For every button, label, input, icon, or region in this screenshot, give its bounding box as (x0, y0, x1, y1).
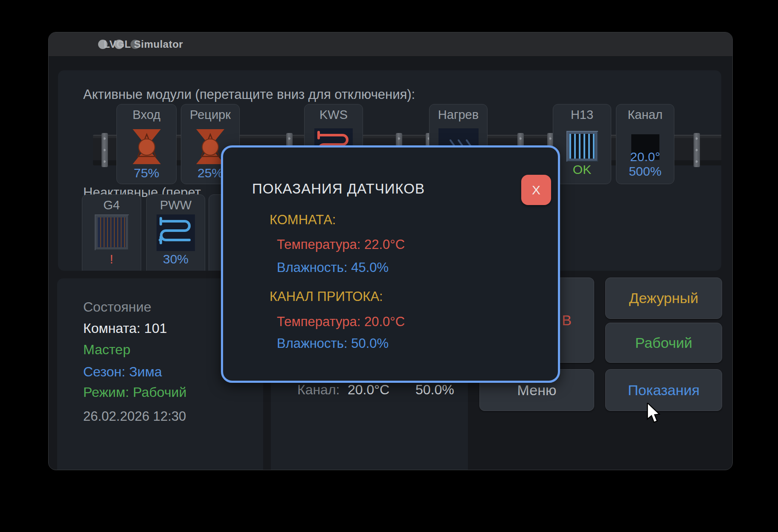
module-tile-Вход[interactable]: Вход 75% (116, 104, 177, 184)
module-value: OK (553, 162, 611, 177)
modal-close-button[interactable]: X (521, 175, 551, 205)
supply-duct-temperature: Температура: 20.0°C (277, 314, 405, 330)
status-heading: Состояние (83, 299, 151, 315)
module-value: 20.0° (616, 150, 674, 164)
room-section-heading: КОМНАТА: (270, 212, 336, 228)
active-modules-heading: Активные модули (перетащите вниз для отк… (83, 87, 415, 102)
status-mode: Режим: Рабочий (83, 385, 186, 400)
kanal-row-label: Канал: (297, 382, 340, 398)
work-mode-button[interactable]: Рабочий (605, 323, 722, 363)
window-title: LVGL Simulator (104, 38, 183, 50)
status-room: Комната: 101 (83, 321, 167, 336)
supply-duct-humidity: Влажность: 50.0% (277, 336, 389, 351)
module-title: Рецирк (181, 108, 239, 122)
kanal-temp-value: 20.0°C (348, 382, 389, 398)
module-tile-Канал[interactable]: Канал 20.0°500% (616, 104, 674, 184)
duct-flange (694, 133, 700, 167)
duct-flange (102, 133, 108, 167)
module-value: 30% (147, 252, 205, 266)
hepa-filter-icon (566, 131, 598, 162)
sensor-readings-modal: ПОКАЗАНИЯ ДАТЧИКОВ X КОМНАТА: Температур… (221, 145, 560, 383)
coil-icon (157, 214, 195, 251)
room-humidity: Влажность: 45.0% (277, 260, 389, 275)
close-x-label: X (532, 183, 540, 197)
mouse-cursor (647, 403, 665, 426)
module-title: H13 (553, 108, 611, 122)
modal-title: ПОКАЗАНИЯ ДАТЧИКОВ (252, 181, 425, 197)
power-button-label: В (562, 312, 572, 329)
module-value: ! (82, 252, 141, 266)
coarse-filter-icon (95, 214, 129, 250)
module-tile-G4[interactable]: G4 ! (82, 194, 141, 271)
supply-duct-section-heading: КАНАЛ ПРИТОКА: (270, 289, 383, 304)
title-bar[interactable]: LVGL Simulator (49, 32, 732, 57)
module-tile-H13[interactable]: H13 OK (553, 104, 611, 184)
menu-button-label: Меню (517, 382, 557, 399)
work-mode-label: Рабочий (635, 335, 692, 351)
readings-label: Показания (628, 382, 700, 399)
kanal-humidity-value: 50.0% (415, 382, 454, 398)
module-title: Нагрев (430, 108, 487, 122)
status-season: Сезон: Зима (83, 364, 162, 380)
module-title: Вход (117, 108, 176, 122)
status-datetime: 26.02.2026 12:30 (83, 409, 186, 424)
status-master: Мастер (83, 342, 131, 358)
module-title: KWS (305, 108, 363, 122)
duty-mode-label: Дежурный (629, 290, 698, 306)
module-value: 75% (117, 166, 176, 180)
room-temperature: Температура: 22.0°C (277, 237, 405, 252)
duty-mode-button[interactable]: Дежурный (605, 278, 722, 319)
module-title: G4 (82, 198, 141, 212)
app-window: LVGL Simulator Активные модули (перетащи… (48, 32, 733, 470)
module-value: 500% (616, 164, 674, 179)
module-title: PWW (147, 198, 205, 212)
damper-icon (129, 128, 164, 165)
module-title: Канал (616, 108, 674, 122)
module-tile-PWW[interactable]: PWW 30% (146, 194, 205, 271)
